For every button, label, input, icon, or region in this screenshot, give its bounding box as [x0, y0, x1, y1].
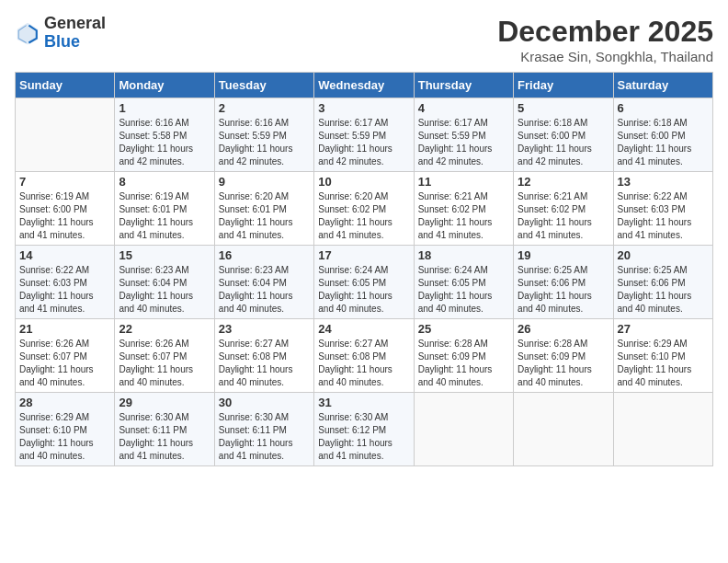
- day-number: 22: [119, 322, 210, 336]
- calendar-week-row: 21Sunrise: 6:26 AMSunset: 6:07 PMDayligh…: [16, 319, 713, 393]
- day-info: Sunrise: 6:19 AMSunset: 6:01 PMDaylight:…: [119, 190, 210, 242]
- calendar-cell: 18Sunrise: 6:24 AMSunset: 6:05 PMDayligh…: [414, 246, 513, 319]
- day-info: Sunrise: 6:24 AMSunset: 6:05 PMDaylight:…: [318, 264, 409, 316]
- calendar-cell: 13Sunrise: 6:22 AMSunset: 6:03 PMDayligh…: [613, 172, 712, 246]
- calendar-cell: 12Sunrise: 6:21 AMSunset: 6:02 PMDayligh…: [514, 172, 613, 246]
- day-number: 27: [618, 322, 709, 336]
- day-number: 6: [618, 101, 709, 115]
- weekday-header: Thursday: [414, 73, 513, 98]
- logo-text: General Blue: [44, 15, 106, 52]
- calendar-cell: 24Sunrise: 6:27 AMSunset: 6:08 PMDayligh…: [314, 319, 414, 393]
- day-number: 30: [219, 396, 310, 409]
- calendar-table: SundayMondayTuesdayWednesdayThursdayFrid…: [15, 72, 713, 466]
- calendar-cell: 26Sunrise: 6:28 AMSunset: 6:09 PMDayligh…: [514, 319, 613, 393]
- day-info: Sunrise: 6:30 AMSunset: 6:11 PMDaylight:…: [119, 411, 210, 463]
- day-info: Sunrise: 6:28 AMSunset: 6:09 PMDaylight:…: [418, 338, 509, 389]
- day-number: 5: [518, 101, 609, 115]
- logo-icon: [15, 20, 40, 46]
- day-info: Sunrise: 6:27 AMSunset: 6:08 PMDaylight:…: [318, 338, 409, 389]
- day-info: Sunrise: 6:26 AMSunset: 6:07 PMDaylight:…: [119, 338, 210, 389]
- day-info: Sunrise: 6:20 AMSunset: 6:02 PMDaylight:…: [318, 190, 409, 242]
- calendar-cell: 16Sunrise: 6:23 AMSunset: 6:04 PMDayligh…: [214, 246, 313, 319]
- calendar-cell: 10Sunrise: 6:20 AMSunset: 6:02 PMDayligh…: [314, 172, 414, 246]
- weekday-header: Saturday: [613, 73, 712, 98]
- day-number: 10: [318, 175, 409, 189]
- day-number: 26: [518, 322, 609, 336]
- calendar-week-row: 14Sunrise: 6:22 AMSunset: 6:03 PMDayligh…: [16, 246, 713, 319]
- calendar-cell: 15Sunrise: 6:23 AMSunset: 6:04 PMDayligh…: [115, 246, 214, 319]
- calendar-week-row: 28Sunrise: 6:29 AMSunset: 6:10 PMDayligh…: [16, 393, 713, 466]
- calendar-cell: 19Sunrise: 6:25 AMSunset: 6:06 PMDayligh…: [514, 246, 613, 319]
- calendar-cell: 23Sunrise: 6:27 AMSunset: 6:08 PMDayligh…: [214, 319, 313, 393]
- day-number: 28: [19, 396, 110, 409]
- calendar-cell: 27Sunrise: 6:29 AMSunset: 6:10 PMDayligh…: [613, 319, 712, 393]
- day-info: Sunrise: 6:23 AMSunset: 6:04 PMDaylight:…: [219, 264, 310, 316]
- calendar-cell: [514, 393, 613, 466]
- day-info: Sunrise: 6:30 AMSunset: 6:12 PMDaylight:…: [318, 411, 409, 463]
- day-info: Sunrise: 6:22 AMSunset: 6:03 PMDaylight:…: [19, 264, 110, 316]
- calendar-cell: 11Sunrise: 6:21 AMSunset: 6:02 PMDayligh…: [414, 172, 513, 246]
- day-number: 7: [19, 175, 110, 189]
- day-number: 19: [518, 248, 609, 262]
- calendar-cell: 30Sunrise: 6:30 AMSunset: 6:11 PMDayligh…: [214, 393, 313, 466]
- day-info: Sunrise: 6:16 AMSunset: 5:58 PMDaylight:…: [119, 117, 210, 168]
- calendar-cell: 29Sunrise: 6:30 AMSunset: 6:11 PMDayligh…: [115, 393, 214, 466]
- day-number: 11: [418, 175, 509, 189]
- day-info: Sunrise: 6:17 AMSunset: 5:59 PMDaylight:…: [318, 117, 409, 168]
- day-info: Sunrise: 6:28 AMSunset: 6:09 PMDaylight:…: [518, 338, 609, 389]
- day-number: 21: [19, 322, 110, 336]
- day-info: Sunrise: 6:29 AMSunset: 6:10 PMDaylight:…: [618, 338, 709, 389]
- weekday-header: Monday: [115, 73, 214, 98]
- day-number: 25: [418, 322, 509, 336]
- calendar-cell: 2Sunrise: 6:16 AMSunset: 5:59 PMDaylight…: [214, 98, 313, 172]
- weekday-header: Tuesday: [214, 73, 313, 98]
- day-number: 9: [219, 175, 310, 189]
- day-info: Sunrise: 6:18 AMSunset: 6:00 PMDaylight:…: [618, 117, 709, 168]
- weekday-header: Wednesday: [314, 73, 414, 98]
- day-number: 8: [119, 175, 210, 189]
- calendar-cell: 9Sunrise: 6:20 AMSunset: 6:01 PMDaylight…: [214, 172, 313, 246]
- calendar-cell: 22Sunrise: 6:26 AMSunset: 6:07 PMDayligh…: [115, 319, 214, 393]
- day-info: Sunrise: 6:24 AMSunset: 6:05 PMDaylight:…: [418, 264, 509, 316]
- calendar-cell: 8Sunrise: 6:19 AMSunset: 6:01 PMDaylight…: [115, 172, 214, 246]
- day-number: 12: [518, 175, 609, 189]
- day-number: 17: [318, 248, 409, 262]
- day-number: 23: [219, 322, 310, 336]
- day-number: 3: [318, 101, 409, 115]
- calendar-cell: 14Sunrise: 6:22 AMSunset: 6:03 PMDayligh…: [16, 246, 115, 319]
- calendar-cell: 28Sunrise: 6:29 AMSunset: 6:10 PMDayligh…: [16, 393, 115, 466]
- day-info: Sunrise: 6:21 AMSunset: 6:02 PMDaylight:…: [518, 190, 609, 242]
- weekday-header: Sunday: [16, 73, 115, 98]
- day-info: Sunrise: 6:26 AMSunset: 6:07 PMDaylight:…: [19, 338, 110, 389]
- day-info: Sunrise: 6:19 AMSunset: 6:00 PMDaylight:…: [19, 190, 110, 242]
- calendar-week-row: 7Sunrise: 6:19 AMSunset: 6:00 PMDaylight…: [16, 172, 713, 246]
- day-number: 18: [418, 248, 509, 262]
- day-info: Sunrise: 6:20 AMSunset: 6:01 PMDaylight:…: [219, 190, 310, 242]
- day-number: 13: [618, 175, 709, 189]
- day-info: Sunrise: 6:16 AMSunset: 5:59 PMDaylight:…: [219, 117, 310, 168]
- day-info: Sunrise: 6:21 AMSunset: 6:02 PMDaylight:…: [418, 190, 509, 242]
- day-info: Sunrise: 6:22 AMSunset: 6:03 PMDaylight:…: [618, 190, 709, 242]
- day-number: 1: [119, 101, 210, 115]
- day-number: 24: [318, 322, 409, 336]
- day-info: Sunrise: 6:29 AMSunset: 6:10 PMDaylight:…: [19, 411, 110, 463]
- calendar-cell: 3Sunrise: 6:17 AMSunset: 5:59 PMDaylight…: [314, 98, 414, 172]
- day-info: Sunrise: 6:30 AMSunset: 6:11 PMDaylight:…: [219, 411, 310, 463]
- logo: General Blue: [15, 15, 106, 52]
- day-info: Sunrise: 6:17 AMSunset: 5:59 PMDaylight:…: [418, 117, 509, 168]
- calendar-cell: 20Sunrise: 6:25 AMSunset: 6:06 PMDayligh…: [613, 246, 712, 319]
- day-number: 2: [219, 101, 310, 115]
- svg-marker-0: [17, 23, 38, 45]
- day-number: 29: [119, 396, 210, 409]
- day-number: 20: [618, 248, 709, 262]
- day-info: Sunrise: 6:25 AMSunset: 6:06 PMDaylight:…: [518, 264, 609, 316]
- day-number: 4: [418, 101, 509, 115]
- calendar-cell: [613, 393, 712, 466]
- calendar-cell: 1Sunrise: 6:16 AMSunset: 5:58 PMDaylight…: [115, 98, 214, 172]
- calendar-cell: 25Sunrise: 6:28 AMSunset: 6:09 PMDayligh…: [414, 319, 513, 393]
- day-info: Sunrise: 6:27 AMSunset: 6:08 PMDaylight:…: [219, 338, 310, 389]
- calendar-cell: 21Sunrise: 6:26 AMSunset: 6:07 PMDayligh…: [16, 319, 115, 393]
- day-number: 15: [119, 248, 210, 262]
- calendar-week-row: 1Sunrise: 6:16 AMSunset: 5:58 PMDaylight…: [16, 98, 713, 172]
- month-title: December 2025: [497, 15, 713, 49]
